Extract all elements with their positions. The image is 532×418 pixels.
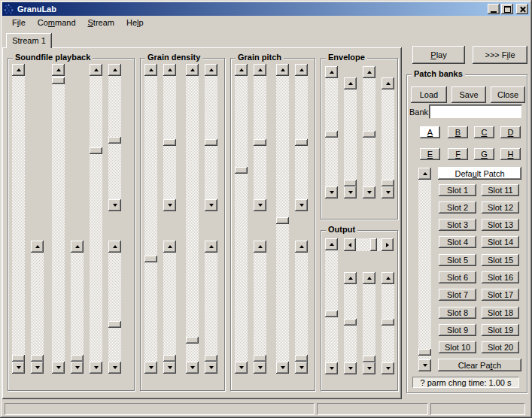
maximize-button[interactable] <box>501 4 513 14</box>
scroll-right-button[interactable] <box>382 238 394 251</box>
scroll-up-button[interactable] <box>325 66 338 78</box>
pitch-slider[interactable] <box>235 64 248 374</box>
scroll-thumb[interactable] <box>163 139 176 146</box>
scroll-up-button[interactable] <box>108 64 121 76</box>
scroll-down-button[interactable] <box>108 199 121 211</box>
scroll-up-button[interactable] <box>254 241 266 253</box>
scroll-up-button[interactable] <box>90 64 102 76</box>
scroll-up-button[interactable] <box>186 64 199 76</box>
scroll-up-button[interactable] <box>71 241 84 253</box>
scroll-up-button[interactable] <box>108 241 121 253</box>
scroll-thumb[interactable] <box>382 319 394 326</box>
scroll-up-button[interactable] <box>344 272 357 284</box>
scroll-down-button[interactable] <box>254 199 266 211</box>
scroll-track[interactable] <box>108 241 121 374</box>
scroll-thumb[interactable] <box>186 337 199 344</box>
play-button[interactable]: Play <box>412 46 465 64</box>
scroll-up-button[interactable] <box>363 272 375 284</box>
app-icon[interactable] <box>4 4 15 15</box>
scroll-track[interactable] <box>144 64 157 374</box>
scroll-thumb[interactable] <box>295 355 308 362</box>
scroll-thumb[interactable] <box>382 180 394 186</box>
menu-stream[interactable]: Stream <box>82 17 120 29</box>
scroll-down-button[interactable] <box>295 362 308 374</box>
scroll-thumb[interactable] <box>363 131 375 138</box>
freq-rnd-slider[interactable] <box>163 241 176 374</box>
menu-help[interactable]: Help <box>120 17 150 29</box>
scroll-down-button[interactable] <box>382 362 394 374</box>
scroll-thumb[interactable] <box>12 355 25 362</box>
scroll-up-button[interactable] <box>205 241 217 253</box>
pitch-rnd-slider[interactable] <box>254 241 266 374</box>
scroll-down-button[interactable] <box>205 362 217 374</box>
scroll-thumb[interactable] <box>325 310 338 317</box>
attack-rnd-slider[interactable] <box>344 77 357 198</box>
scroll-down-button[interactable] <box>382 186 394 198</box>
scroll-track[interactable] <box>186 64 199 374</box>
scroll-down-button[interactable] <box>276 362 289 374</box>
amp-mod-slider[interactable] <box>344 272 357 374</box>
scroll-up-button[interactable] <box>254 64 266 76</box>
rate-mod-slider[interactable] <box>108 64 121 211</box>
scroll-down-button[interactable] <box>418 359 431 371</box>
scroll-thumb[interactable] <box>370 238 377 251</box>
scroll-track[interactable] <box>12 64 25 374</box>
decay-rnd-slider[interactable] <box>382 77 394 198</box>
scroll-up-button[interactable] <box>235 64 248 76</box>
scroll-track[interactable] <box>163 241 176 374</box>
scroll-thumb[interactable] <box>108 321 121 328</box>
scroll-track[interactable] <box>205 241 217 374</box>
scroll-track[interactable] <box>295 241 308 374</box>
scroll-up-button[interactable] <box>344 77 357 89</box>
tab-stream-1[interactable]: Stream 1 <box>6 33 52 48</box>
scroll-thumb[interactable] <box>31 355 44 362</box>
gliss-mod-slider[interactable] <box>295 64 308 211</box>
menu-command[interactable]: Command <box>32 17 82 29</box>
scroll-up-button[interactable] <box>295 64 308 76</box>
scroll-down-button[interactable] <box>52 362 65 374</box>
close-button[interactable] <box>516 4 528 14</box>
scroll-down-button[interactable] <box>205 199 217 211</box>
scroll-down-button[interactable] <box>363 186 375 198</box>
menu-file[interactable]: File <box>6 17 32 29</box>
rate-scale-slider[interactable] <box>108 241 121 374</box>
scroll-up-button[interactable] <box>163 241 176 253</box>
scroll-thumb[interactable] <box>344 319 357 326</box>
scroll-track[interactable] <box>205 64 217 211</box>
scroll-left-button[interactable] <box>344 238 356 251</box>
scroll-thumb[interactable] <box>90 147 102 154</box>
start-rnd-slider[interactable] <box>31 241 44 374</box>
scroll-thumb[interactable] <box>418 349 431 356</box>
scroll-down-button[interactable] <box>71 362 84 374</box>
scroll-track[interactable] <box>325 238 338 374</box>
scroll-track[interactable] <box>163 64 176 211</box>
scroll-thumb[interactable] <box>71 355 84 362</box>
patch-list-scrollbar[interactable] <box>418 168 431 371</box>
scroll-up-button[interactable] <box>418 168 431 180</box>
titlebar[interactable]: GranuLab <box>2 2 530 16</box>
pan-slider[interactable] <box>344 238 394 251</box>
scroll-up-button[interactable] <box>382 77 394 89</box>
scroll-thumb[interactable] <box>276 217 289 224</box>
decay-slider[interactable] <box>363 66 375 198</box>
scroll-down-button[interactable] <box>163 199 176 211</box>
scroll-track[interactable] <box>31 241 44 374</box>
render-to-file-button[interactable]: >>> File <box>473 46 527 64</box>
gd-length-slider[interactable] <box>186 64 199 374</box>
scroll-up-button[interactable] <box>52 64 65 76</box>
scroll-down-button[interactable] <box>363 362 375 374</box>
scroll-down-button[interactable] <box>325 362 338 374</box>
scroll-up-button[interactable] <box>12 64 25 76</box>
scroll-track[interactable] <box>254 241 266 374</box>
gd-length-rnd-slider[interactable] <box>205 241 217 374</box>
scroll-down-button[interactable] <box>325 186 338 198</box>
start-slider[interactable] <box>12 64 25 374</box>
scroll-down-button[interactable] <box>295 199 308 211</box>
freq-slider[interactable] <box>144 64 157 374</box>
scroll-thumb[interactable] <box>144 256 157 262</box>
scroll-down-button[interactable] <box>235 362 248 374</box>
scroll-up-button[interactable] <box>276 64 289 76</box>
scroll-track[interactable] <box>254 64 266 211</box>
scroll-thumb[interactable] <box>205 355 217 362</box>
scroll-up-button[interactable] <box>163 64 176 76</box>
